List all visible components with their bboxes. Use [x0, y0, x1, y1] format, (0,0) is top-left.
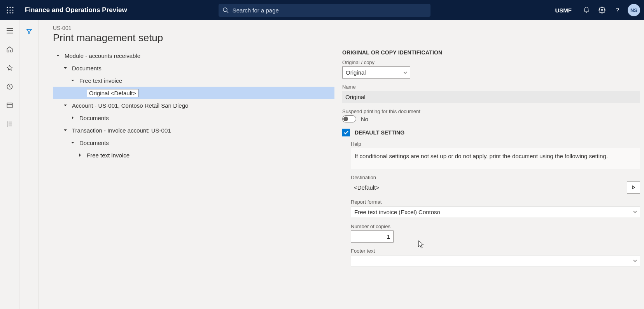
caret-down-icon	[63, 65, 68, 71]
label-name: Name	[342, 84, 640, 90]
svg-point-8	[12, 12, 13, 13]
tree-node-label: Account - US-001, Contoso Retail San Die…	[72, 102, 188, 109]
caret-right-icon	[77, 152, 83, 158]
tree-node-label: Free text invoice	[79, 77, 122, 84]
dropdown-value: Original	[346, 69, 366, 76]
secondary-rail	[19, 20, 39, 309]
user-avatar[interactable]: NS	[628, 4, 640, 16]
svg-line-10	[227, 11, 228, 13]
page-content: US-001 Print management setup Module - a…	[39, 20, 644, 309]
tree-node-module[interactable]: Module - accounts receivable	[53, 49, 334, 62]
svg-point-0	[7, 7, 8, 8]
label-destination: Destination	[351, 175, 640, 180]
favorites-icon[interactable]	[2, 61, 18, 75]
caret-down-icon	[55, 53, 61, 58]
name-field: Original	[342, 91, 640, 103]
label-footer-text: Footer text	[351, 248, 640, 254]
global-search-input[interactable]: Search for a page	[219, 4, 430, 17]
label-num-copies: Number of copies	[351, 223, 640, 229]
tree-node-label: Transaction - Invoice account: US-001	[72, 127, 171, 134]
tree-node-label: Free text invoice	[87, 152, 130, 159]
app-launcher-icon[interactable]	[3, 3, 17, 17]
modules-icon[interactable]	[2, 117, 18, 131]
tree-node-account[interactable]: Account - US-001, Contoso Retail San Die…	[53, 99, 334, 112]
destination-field: <Default>	[351, 182, 624, 194]
caret-down-icon	[63, 103, 68, 108]
label-suspend: Suspend printing for this document	[342, 108, 640, 114]
global-header: Finance and Operations Preview Search fo…	[0, 0, 644, 20]
svg-point-9	[223, 8, 227, 12]
svg-point-4	[9, 9, 10, 10]
page-title: Print management setup	[53, 32, 644, 44]
svg-point-6	[7, 12, 8, 13]
label-help: Help	[351, 141, 640, 147]
tree-node-documents[interactable]: Documents	[53, 62, 334, 74]
caret-down-icon	[63, 127, 68, 133]
global-nav-rail	[0, 20, 19, 309]
section-heading-default-setting: DEFAULT SETTING	[355, 129, 404, 136]
caret-down-icon	[70, 140, 75, 145]
legal-entity-selector[interactable]: USMF	[555, 7, 572, 14]
svg-point-11	[601, 9, 603, 11]
dropdown-original-copy[interactable]: Original	[342, 66, 410, 79]
dropdown-value: Free text invoice (Excel) Contoso	[354, 209, 440, 215]
svg-point-5	[12, 9, 13, 10]
svg-rect-17	[7, 103, 12, 108]
suspend-toggle[interactable]	[342, 115, 356, 122]
caret-right-icon	[70, 115, 75, 120]
caret-spacer	[77, 90, 83, 96]
tree-node-label: Documents	[72, 65, 102, 72]
tree-node-transaction-fti[interactable]: Free text invoice	[53, 149, 334, 161]
chevron-down-icon	[403, 70, 408, 75]
tree-panel: Module - accounts receivable Documents F…	[53, 49, 338, 309]
tree-node-original-default[interactable]: Original <Default>	[53, 87, 334, 99]
home-icon[interactable]	[2, 43, 18, 56]
svg-point-7	[9, 12, 10, 13]
filter-icon[interactable]	[23, 25, 36, 38]
tree-node-free-text-invoice[interactable]: Free text invoice	[53, 74, 334, 87]
workspaces-icon[interactable]	[2, 99, 18, 112]
tree-node-label: Documents	[79, 115, 109, 121]
label-report-format: Report format	[351, 199, 640, 205]
tree-node-account-documents[interactable]: Documents	[53, 112, 334, 124]
chevron-down-icon	[633, 258, 637, 263]
tree-node-label: Original <Default>	[87, 89, 138, 97]
settings-icon[interactable]	[594, 0, 610, 20]
destination-action-button[interactable]	[627, 182, 640, 194]
svg-point-2	[12, 7, 13, 8]
label-original-copy: Original / copy	[342, 59, 640, 65]
default-setting-checkbox[interactable]	[342, 129, 350, 136]
suspend-toggle-value: No	[361, 116, 368, 122]
tree-node-transaction[interactable]: Transaction - Invoice account: US-001	[53, 124, 334, 136]
help-text: If conditional settings are not set up o…	[351, 148, 640, 169]
tree-node-transaction-documents[interactable]: Documents	[53, 136, 334, 149]
dropdown-footer-text[interactable]	[351, 255, 640, 267]
svg-point-3	[7, 9, 8, 10]
dropdown-report-format[interactable]: Free text invoice (Excel) Contoso	[351, 206, 640, 218]
chevron-down-icon	[633, 209, 637, 214]
search-placeholder-text: Search for a page	[233, 7, 279, 14]
section-heading-identification: ORIGINAL OR COPY IDENTIFICATION	[342, 49, 640, 56]
num-copies-input[interactable]	[351, 230, 394, 243]
tree-node-label: Documents	[79, 140, 109, 146]
recent-icon[interactable]	[2, 80, 18, 93]
form-panel: ORIGINAL OR COPY IDENTIFICATION Original…	[338, 49, 644, 309]
caret-down-icon	[70, 78, 75, 83]
tree-node-label: Module - accounts receivable	[65, 52, 140, 59]
help-icon[interactable]	[610, 0, 625, 20]
breadcrumb-id: US-001	[53, 25, 644, 31]
hamburger-icon[interactable]	[2, 24, 18, 37]
svg-point-12	[617, 12, 618, 12]
brand-title: Finance and Operations Preview	[25, 6, 127, 14]
notifications-icon[interactable]	[579, 0, 594, 20]
main-shell: US-001 Print management setup Module - a…	[0, 20, 644, 309]
svg-point-1	[9, 7, 10, 8]
